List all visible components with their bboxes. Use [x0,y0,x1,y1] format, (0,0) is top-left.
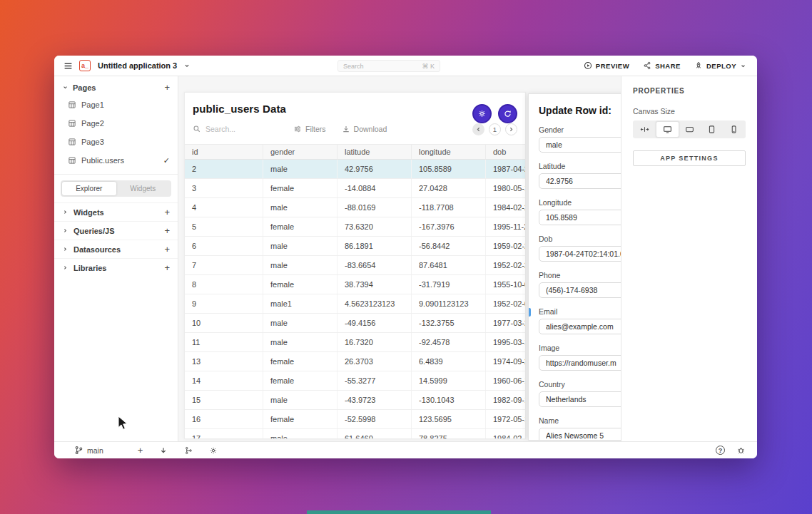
section-add-button[interactable]: + [164,207,170,217]
table-row[interactable]: 2 male 42.9756 105.8589 1987-04-2 [185,160,525,179]
column-header[interactable]: dob [486,145,525,159]
field-input[interactable] [539,210,621,225]
form-fields: Gender Latitude Longitude [529,125,621,441]
field-label: Longitude [539,198,621,207]
sidebar-section[interactable]: Widgets + [54,202,178,221]
field-input[interactable] [539,319,621,334]
pages-section-header[interactable]: Pages + [54,76,178,96]
table-widget[interactable]: public_users Data S [184,92,526,439]
deploy-button[interactable]: DEPLOY [694,61,746,70]
table-search-input[interactable]: Search... [193,125,293,133]
git-merge-button[interactable] [184,446,193,455]
section-add-button[interactable]: + [164,245,170,254]
table-row[interactable]: 9 male1 4.5623123123 9.0901123123 1952-0… [185,294,525,314]
table-row[interactable]: 13 female 26.3703 6.4839 1974-09-2 [185,352,525,371]
cell-id: 16 [185,410,263,428]
canvas-size-fluid-button[interactable] [634,121,656,138]
table-toolbar: Search... Filters Download [185,120,525,138]
field-input[interactable] [539,355,621,371]
sidebar-section[interactable]: Libraries + [54,258,178,277]
widget-resize-handle[interactable] [528,308,531,317]
section-label: Widgets [73,208,104,217]
chevron-right-icon [62,209,68,215]
column-header[interactable]: longitude [412,145,486,159]
table-row[interactable]: 14 female -55.3277 14.5999 1960-06-1 [185,371,525,391]
canvas-size-tablet-button[interactable] [701,121,723,138]
cell-id: 5 [185,217,263,236]
git-settings-button[interactable] [209,446,218,455]
cell-dob: 1972-05-1 [486,410,525,428]
field-input[interactable] [539,391,621,407]
field-label: Email [539,307,621,316]
page-item[interactable]: Page3 [54,133,178,151]
column-header[interactable]: gender [263,145,338,159]
cell-latitude: -14.0884 [338,179,412,197]
cell-gender: female [263,371,338,390]
table-row[interactable]: 4 male -88.0169 -118.7708 1984-02-2 [185,198,525,217]
explorer-sidebar: Pages + Page1 [54,76,178,441]
table-row[interactable]: 7 male -83.6654 87.6481 1952-02-2 [185,256,525,275]
debug-button[interactable] [736,446,746,455]
section-add-button[interactable]: + [164,263,170,272]
table-settings-button[interactable] [472,104,492,123]
next-page-button[interactable] [505,123,517,135]
sidebar-section[interactable]: Datasources + [54,240,178,258]
sidebar-section[interactable]: Queries/JS + [54,221,178,240]
table-row[interactable]: 17 male 61.6460 78.8275 1984-02- [185,429,525,439]
page-item[interactable]: Page1 [54,96,178,114]
cell-dob: 1984-02- [486,429,525,439]
preview-button[interactable]: PREVIEW [584,61,629,70]
cell-id: 8 [185,275,263,294]
table-row[interactable]: 8 female 38.7394 -31.7919 1955-10-0 [185,275,525,294]
cell-longitude: 105.8589 [412,160,486,178]
cell-latitude: -49.4156 [338,314,412,332]
chevron-left-icon [475,126,482,133]
section-add-button[interactable]: + [164,226,170,235]
cell-latitude: -52.5998 [338,410,412,428]
appsmith-logo[interactable]: a_ [79,60,91,71]
git-branch-selector[interactable]: main [74,446,103,455]
field-input[interactable] [539,173,621,189]
table-row[interactable]: 3 female -14.0884 27.0428 1980-05-1 [185,179,525,198]
table-row[interactable]: 10 male -49.4156 -132.3755 1977-03-2 [185,314,525,333]
git-pull-button[interactable] [159,446,168,455]
table-row[interactable]: 6 male 86.1891 -56.8442 1959-02-2 [185,237,525,256]
desktop-icon [663,125,672,134]
app-title[interactable]: Untitled application 3 [98,61,177,70]
column-header[interactable]: latitude [338,145,412,159]
page-item[interactable]: Page2 [54,114,178,133]
download-button[interactable]: Download [342,125,387,133]
canvas-size-phone-button[interactable] [723,121,745,138]
table-row[interactable]: 15 male -43.9723 -130.1043 1982-09-1 [185,391,525,410]
app-settings-button[interactable]: APP SETTINGS [633,150,746,166]
form-field: Name [539,416,621,441]
field-input[interactable] [539,137,621,153]
column-header[interactable]: id [185,145,263,159]
table-refresh-button[interactable] [498,104,517,123]
global-search-input[interactable]: Search ⌘ K [338,60,440,72]
update-row-form-widget[interactable]: Update Row id: Gender Latitude [528,93,621,441]
add-page-button[interactable]: + [164,83,170,92]
tab-explorer[interactable]: Explorer [62,182,116,195]
form-field: Phone [539,271,621,298]
page-label: Page3 [81,138,104,146]
canvas-size-tablet-landscape-button[interactable] [679,121,701,138]
field-input[interactable] [539,428,621,441]
app-title-chevron-down-icon[interactable] [183,62,191,69]
table-row[interactable]: 5 female 73.6320 -167.3976 1995-11-2 [185,217,525,237]
page-item[interactable]: Public.users ✓ [54,151,178,170]
table-row[interactable]: 11 male 16.7320 -92.4578 1995-03-1 [185,333,525,352]
help-button[interactable]: ? [716,446,725,455]
canvas-size-desktop-button[interactable] [656,121,679,138]
prev-page-button[interactable] [472,123,484,135]
field-input[interactable] [539,282,621,298]
filters-button[interactable]: Filters [293,125,326,133]
share-button[interactable]: SHARE [643,61,681,70]
cell-id: 3 [185,179,263,197]
field-input[interactable] [539,246,621,262]
hamburger-menu-button[interactable] [64,61,73,71]
git-commit-button[interactable]: + [138,445,143,456]
field-label: Latitude [539,162,621,170]
table-row[interactable]: 16 female -52.5998 123.5695 1972-05-1 [185,410,525,429]
tab-widgets[interactable]: Widgets [116,182,171,195]
